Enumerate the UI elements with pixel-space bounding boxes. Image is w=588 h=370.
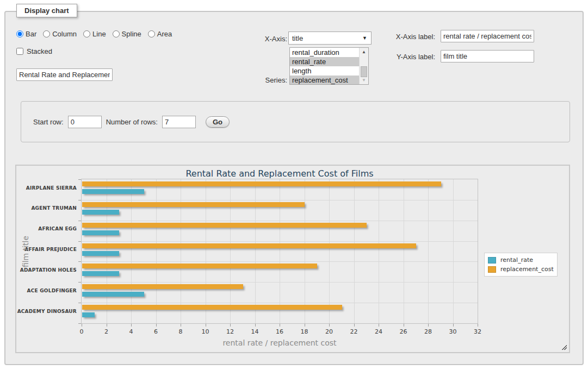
x-axis-label-label: X-Axis label: <box>381 33 435 41</box>
x-tick-mark <box>230 324 231 327</box>
x-tick-label: 4 <box>122 328 140 335</box>
x-axis-title: rental rate / replacement cost <box>82 338 478 347</box>
chart-type-option-column: Column <box>43 30 77 38</box>
bar-replacement_cost <box>82 243 416 248</box>
bar-rental_rate <box>82 271 119 276</box>
scroll-down-icon[interactable]: ▼ <box>360 76 368 84</box>
x-tick-mark <box>428 324 429 327</box>
chart-type-option-bar: Bar <box>16 30 36 38</box>
x-tick-label: 16 <box>270 328 289 335</box>
start-row-input[interactable] <box>68 116 102 128</box>
chart-type-radio-spline[interactable] <box>113 30 120 37</box>
x-tick-mark <box>131 324 132 327</box>
chart-type-radio-line[interactable] <box>83 30 90 37</box>
y-tick-mark <box>78 221 81 221</box>
x-tick-label: 28 <box>419 328 437 335</box>
x-tick-label: 18 <box>295 328 314 335</box>
chart-type-radio-column[interactable] <box>43 30 50 37</box>
gridline-horizontal <box>82 200 478 200</box>
start-row-label: Start row: <box>33 118 64 126</box>
page: Display chart BarColumnLineSplineArea St… <box>0 0 588 370</box>
gridline-horizontal <box>82 221 478 221</box>
x-tick-label: 26 <box>394 328 413 335</box>
chart-container: Rental Rate and Replacement Cost of Film… <box>15 165 570 353</box>
bar-rental_rate <box>82 189 144 194</box>
scroll-up-icon[interactable]: ▲ <box>360 48 368 56</box>
chart-title: Rental Rate and Replacement Cost of Film… <box>82 168 478 179</box>
x-tick-mark <box>82 324 82 327</box>
x-tick-mark <box>305 324 305 327</box>
legend-item-rental_rate: rental_rate <box>488 255 554 265</box>
x-tick-mark <box>255 324 256 327</box>
chart-type-radio-bar[interactable] <box>16 30 23 37</box>
bar-rental_rate <box>82 251 119 256</box>
chart-type-option-line: Line <box>83 30 106 38</box>
gridline-vertical <box>428 179 429 323</box>
chart-type-option-area: Area <box>148 30 172 38</box>
y-tick-mark <box>78 261 81 262</box>
x-tick-label: 14 <box>246 328 264 335</box>
series-listbox[interactable]: rental_durationrental_ratelengthreplacem… <box>289 47 369 85</box>
x-axis-label-input[interactable] <box>441 30 534 42</box>
y-tick-mark <box>78 323 81 324</box>
bar-replacement_cost <box>82 284 243 289</box>
series-list-scrollbar[interactable]: ▲ ▼ <box>359 48 368 84</box>
chart-title-input[interactable] <box>16 68 113 81</box>
gridline-vertical <box>280 179 280 323</box>
gridline-vertical <box>181 179 181 323</box>
chart-resize-handle[interactable] <box>561 344 567 350</box>
gridline-vertical <box>329 179 330 323</box>
legend-label: rental_rate <box>500 256 533 264</box>
number-of-rows-input[interactable] <box>162 116 196 128</box>
category-label: AGENT TRUMAN <box>16 205 77 211</box>
row-controls-panel: Start row: Number of rows: Go <box>21 101 570 142</box>
x-tick-label: 24 <box>369 328 388 335</box>
bar-rental_rate <box>82 230 119 235</box>
legend-item-replacement_cost: replacement_cost <box>488 265 554 274</box>
series-option-length[interactable]: length <box>290 66 359 76</box>
chart-type-radio-group: BarColumnLineSplineArea <box>16 30 176 38</box>
number-of-rows-label: Number of rows: <box>106 118 158 126</box>
gridline-vertical <box>379 179 379 323</box>
chart-type-radio-label: Bar <box>26 30 36 38</box>
y-axis-label-input[interactable] <box>441 50 534 62</box>
x-axis-select[interactable]: title ▼ <box>288 32 372 45</box>
x-tick-mark <box>478 324 478 327</box>
legend-swatch-icon <box>488 257 496 264</box>
y-axis-title: film title <box>21 233 30 271</box>
stacked-row: Stacked <box>16 47 52 55</box>
x-tick-mark <box>354 324 355 327</box>
gridline-horizontal <box>82 261 478 262</box>
x-tick-label: 6 <box>147 328 165 335</box>
x-axis-select-label: X-Axis: <box>239 35 287 43</box>
scrollbar-thumb[interactable] <box>361 66 367 77</box>
fieldset-legend: Display chart <box>16 4 77 17</box>
category-label: AFRICAN EGG <box>16 226 77 231</box>
y-tick-mark <box>78 303 81 303</box>
x-tick-label: 20 <box>320 328 338 335</box>
bar-rental_rate <box>82 292 144 297</box>
series-list-items: rental_durationrental_ratelengthreplacem… <box>290 48 359 84</box>
gridline-vertical <box>131 179 132 323</box>
y-tick-mark <box>78 179 81 180</box>
chart-type-radio-label: Line <box>92 30 106 38</box>
series-option-rental_duration[interactable]: rental_duration <box>290 48 359 57</box>
x-tick-label: 30 <box>444 328 462 335</box>
chart-legend: rental_ratereplacement_cost <box>484 253 558 277</box>
bar-replacement_cost <box>82 305 342 310</box>
stacked-checkbox[interactable] <box>16 48 23 55</box>
bar-rental_rate <box>82 312 95 317</box>
gridline-vertical <box>156 179 157 323</box>
bar-replacement_cost <box>82 181 441 186</box>
x-tick-label: 12 <box>221 328 239 335</box>
gridline-horizontal <box>82 282 478 283</box>
series-option-rental_rate[interactable]: rental_rate <box>290 57 359 66</box>
bar-replacement_cost <box>82 264 317 268</box>
gridline-vertical <box>404 179 404 323</box>
legend-label: replacement_cost <box>500 266 554 273</box>
go-button[interactable]: Go <box>206 116 230 128</box>
x-tick-mark <box>107 324 107 327</box>
series-option-replacement_cost[interactable]: replacement_cost <box>290 76 359 85</box>
series-list-label: Series: <box>239 76 287 84</box>
chart-type-radio-area[interactable] <box>148 30 155 37</box>
